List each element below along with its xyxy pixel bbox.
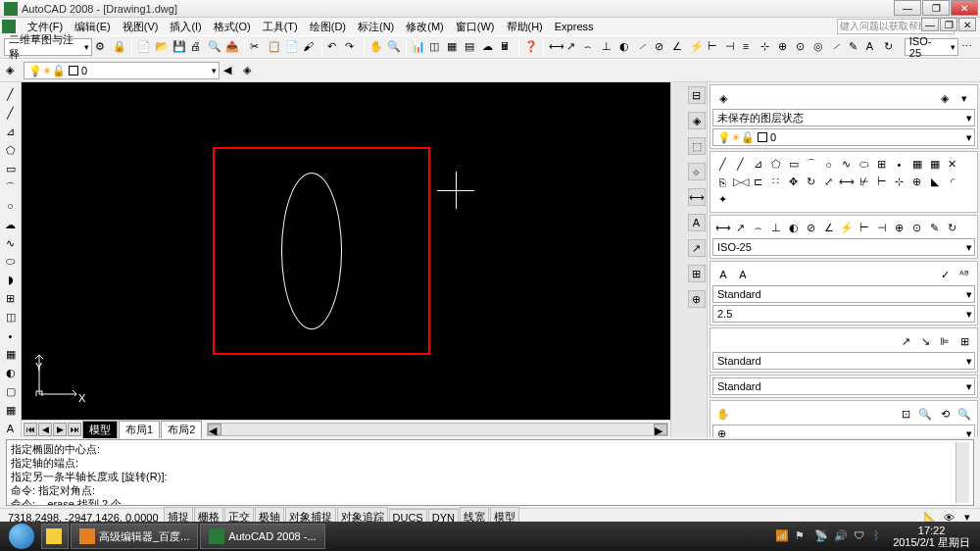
p-line-tool[interactable]: ╱ [714,156,731,173]
layer-dropdown[interactable]: 💡☀🔓0 [24,62,220,79]
zoom-button[interactable]: 🔍 [386,38,402,56]
pan-button[interactable]: ✋ [368,38,384,56]
p-polygon-tool[interactable]: ⬠ [767,156,784,173]
workspace-dropdown[interactable]: 二维草图与注释 [4,38,92,56]
palette-layers-button[interactable]: ◈ [688,112,706,129]
ellipse-tool[interactable]: ⬭ [2,254,20,271]
nav-zoom-icon[interactable]: 🔍 [956,405,973,423]
palette-collapse-button[interactable]: ⊟ [688,86,706,104]
dim-arc-button[interactable]: ⌢ [583,38,599,56]
p-block-tool[interactable]: ⊞ [873,156,890,173]
p-pline-tool[interactable]: ⊿ [750,156,766,173]
pd-aligned[interactable]: ↗ [732,220,749,236]
line-tool[interactable]: ╱ [2,86,20,103]
dim-edit-button[interactable]: ✎ [848,38,863,56]
p-erase-tool[interactable]: ✕ [944,156,960,173]
nav-pan-icon[interactable]: ✋ [714,405,732,423]
tab-layout1[interactable]: 布局1 [119,421,160,438]
dim-ordinate-button[interactable]: ⊥ [601,38,616,56]
print-button[interactable]: 🖨 [189,38,205,56]
dim-angular-button[interactable]: ∠ [671,38,687,56]
tablestyle-dropdown[interactable]: Standard [712,377,975,395]
palette-nav-button[interactable]: ⊕ [688,290,706,308]
p-rect-tool[interactable]: ▭ [785,156,802,173]
spell-check-icon[interactable]: ✓ [936,266,954,283]
markup-button[interactable]: ☁ [481,38,497,56]
pd-edit[interactable]: ✎ [926,220,943,236]
dim-diameter-button[interactable]: ⊘ [654,38,669,56]
pd-center[interactable]: ⊙ [908,220,925,236]
layer-previous-button[interactable]: ◀ [221,62,239,79]
p-offset-tool[interactable]: ⊏ [750,174,766,190]
shield-icon[interactable]: 🛡 [854,529,867,543]
p-dimstyle-dropdown[interactable]: ISO-25 [712,238,975,256]
dim-radius-button[interactable]: ◐ [618,38,634,56]
bluetooth-icon[interactable]: ᛒ [873,529,887,543]
calc-button[interactable]: 🖩 [499,38,514,56]
layer-list-dropdown[interactable]: 💡☀🔓0 [712,128,975,146]
start-button[interactable] [4,523,39,550]
inspect-button[interactable]: ◎ [812,38,828,56]
tab-layout2[interactable]: 布局2 [161,421,202,438]
dim-linear-button[interactable]: ⟷ [548,38,564,56]
tab-next-button[interactable]: ▶ [53,423,67,436]
spline-tool[interactable]: ∿ [2,235,20,252]
hatch-tool[interactable]: ▦ [2,346,20,363]
dim-quick-button[interactable]: ⚡ [689,38,705,56]
palette-text-button[interactable]: A [688,214,706,231]
drawing-canvas[interactable]: Y X [22,82,670,420]
tolerance-button[interactable]: ⊕ [777,38,793,56]
menu-draw[interactable]: 绘图(D) [304,18,352,36]
p-spline-tool[interactable]: ∿ [838,156,855,173]
p-scale-tool[interactable]: ⤢ [820,174,837,190]
p-explode-tool[interactable]: ✦ [714,191,731,208]
pd-continue[interactable]: ⊣ [873,220,890,236]
doc-minimize-button[interactable]: — [921,18,939,31]
dim-aligned-button[interactable]: ↗ [565,38,581,56]
palette-dim-button[interactable]: ⟷ [688,188,706,206]
plot-preview-button[interactable]: 🔍 [207,38,222,56]
menu-modify[interactable]: 修改(M) [400,18,450,36]
region-tool[interactable]: ▢ [2,383,20,400]
pd-update[interactable]: ↻ [944,220,960,236]
palette-table-button[interactable]: ⊞ [688,265,706,282]
cut-button[interactable]: ✂ [249,38,265,56]
workspace-lock-button[interactable]: 🔒 [112,38,127,56]
taskbar-item-1[interactable]: 高级编辑器_百度... [71,524,198,549]
pd-angular[interactable]: ∠ [820,220,837,236]
revcloud-tool[interactable]: ☁ [2,217,20,233]
menu-window[interactable]: 窗口(W) [450,18,501,36]
taskbar-item-2[interactable]: AutoCAD 2008 -... [200,524,324,549]
doc-restore-button[interactable]: ❐ [940,18,957,31]
p-table-tool[interactable]: ▦ [926,156,943,173]
p-circle-tool[interactable]: ○ [820,156,837,173]
volume-icon[interactable]: 🔊 [834,529,848,543]
p-join-tool[interactable]: ⊕ [908,174,925,190]
mtext-tool-icon[interactable]: A [734,266,752,283]
point-tool[interactable]: • [2,327,20,344]
pd-quick[interactable]: ⚡ [838,220,855,236]
p-stretch-tool[interactable]: ⟷ [838,174,855,190]
palette-mleader-button[interactable]: ↗ [688,239,706,257]
tab-first-button[interactable]: ⏮ [24,423,37,436]
menu-format[interactable]: 格式(O) [208,18,257,36]
pd-linear[interactable]: ⟷ [714,220,731,236]
mleader-add-icon[interactable]: ↗ [897,332,914,350]
p-copy-tool[interactable]: ⎘ [714,174,731,190]
menu-edit[interactable]: 编辑(E) [69,18,117,36]
publish-button[interactable]: 📤 [224,38,240,56]
wifi-icon[interactable]: 📶 [775,529,789,543]
mleader-collect-icon[interactable]: ⊞ [956,332,973,350]
gradient-tool[interactable]: ◐ [2,365,20,381]
flag-icon[interactable]: ⚑ [795,529,808,543]
menu-insert[interactable]: 插入(I) [164,18,207,36]
dim-tedit-button[interactable]: A [865,38,881,56]
open-button[interactable]: 📂 [154,38,170,56]
mtext-tool[interactable]: A [2,421,20,437]
help-button[interactable]: ❓ [523,38,539,56]
p-move-tool[interactable]: ✥ [785,174,802,190]
jogged-linear-button[interactable]: ⟋ [830,38,846,56]
properties-button[interactable]: 📊 [411,38,426,56]
rectangle-tool[interactable]: ▭ [2,161,20,177]
pd-radius[interactable]: ◐ [785,220,802,236]
